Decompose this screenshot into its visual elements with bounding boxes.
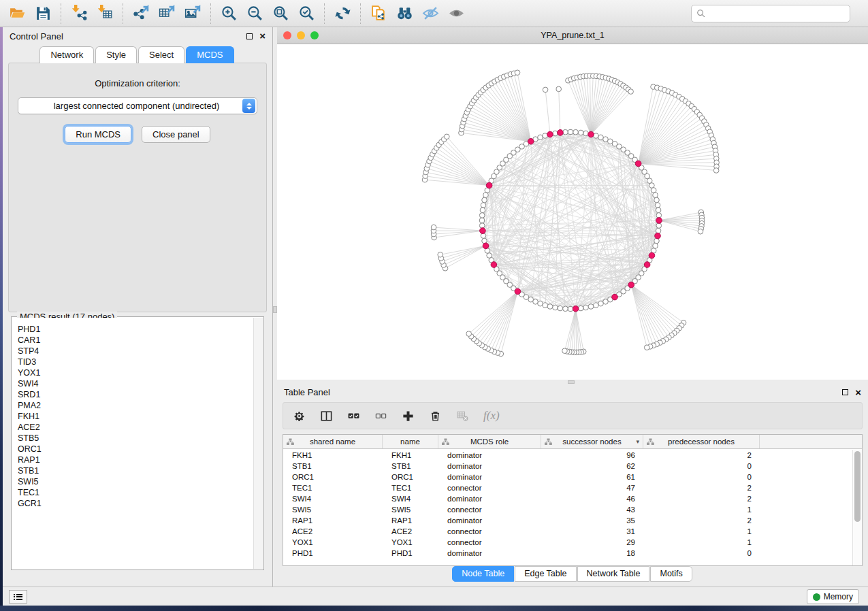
zoom-in-button[interactable] xyxy=(216,3,242,24)
network-node[interactable] xyxy=(583,305,589,310)
column-header-predecessor-nodes[interactable]: predecessor nodes xyxy=(643,435,760,448)
cell-successor-nodes[interactable]: 96 xyxy=(541,450,643,461)
network-node[interactable] xyxy=(656,223,662,229)
cell-MCDS-role[interactable]: dominator xyxy=(438,493,541,504)
network-node[interactable] xyxy=(480,208,485,213)
cell-MCDS-role[interactable]: connector xyxy=(438,504,541,515)
network-node[interactable] xyxy=(603,299,609,305)
cell-MCDS-role[interactable]: connector xyxy=(438,482,541,493)
cell-predecessor-nodes[interactable]: 1 xyxy=(643,504,760,515)
zoom-out-button[interactable] xyxy=(242,3,268,24)
network-node[interactable] xyxy=(479,213,485,218)
close-panel-icon[interactable]: × xyxy=(855,389,861,396)
column-header-MCDS-role[interactable]: MCDS role xyxy=(438,435,541,448)
settings-button[interactable] xyxy=(293,410,306,423)
network-node[interactable] xyxy=(562,348,568,354)
cell-shared-name[interactable]: RAP1 xyxy=(283,515,383,526)
cell-successor-nodes[interactable]: 43 xyxy=(541,504,643,515)
result-node-item[interactable]: TID3 xyxy=(12,357,253,367)
network-node[interactable] xyxy=(651,188,656,193)
float-panel-icon[interactable] xyxy=(842,389,848,395)
network-node[interactable] xyxy=(653,193,658,198)
result-node-item[interactable]: PMA2 xyxy=(12,400,253,411)
network-node[interactable] xyxy=(481,233,486,239)
network-node[interactable] xyxy=(594,303,599,308)
tab-select[interactable]: Select xyxy=(138,46,184,63)
result-node-item[interactable]: ACE2 xyxy=(12,422,253,433)
search-network-button[interactable] xyxy=(391,3,417,24)
table-row[interactable]: RAP1RAP1dominator352 xyxy=(283,515,852,526)
cell-predecessor-nodes[interactable]: 0 xyxy=(643,461,760,472)
cell-name[interactable]: FKH1 xyxy=(383,450,438,461)
mcds-node[interactable] xyxy=(588,131,594,137)
cell-name[interactable]: RAP1 xyxy=(383,515,438,526)
network-node[interactable] xyxy=(578,306,583,311)
network-node[interactable] xyxy=(568,306,573,312)
cell-successor-nodes[interactable]: 47 xyxy=(541,482,643,493)
close-panel-button[interactable]: Close panel xyxy=(142,126,210,143)
network-node[interactable] xyxy=(598,135,604,140)
function-builder-button[interactable]: f(x) xyxy=(483,409,500,423)
network-node[interactable] xyxy=(543,303,548,308)
network-node[interactable] xyxy=(553,305,558,310)
network-node[interactable] xyxy=(656,228,661,233)
network-node[interactable] xyxy=(698,229,703,235)
network-node[interactable] xyxy=(563,129,568,135)
delete-table-button[interactable] xyxy=(456,410,469,423)
network-node[interactable] xyxy=(578,130,583,135)
cell-predecessor-nodes[interactable]: 0 xyxy=(643,548,760,559)
table-row[interactable]: SWI5SWI5connector431 xyxy=(283,504,852,515)
add-column-button[interactable] xyxy=(402,410,415,423)
refresh-button[interactable] xyxy=(329,3,355,24)
float-panel-icon[interactable] xyxy=(246,33,253,39)
mcds-node[interactable] xyxy=(655,233,661,239)
result-node-item[interactable]: SWI5 xyxy=(12,476,253,487)
tab-motifs[interactable]: Motifs xyxy=(650,566,692,582)
open-folder-button[interactable] xyxy=(4,3,30,24)
cell-predecessor-nodes[interactable]: 1 xyxy=(643,526,760,537)
delete-column-button[interactable] xyxy=(429,410,442,423)
tab-style[interactable]: Style xyxy=(95,46,137,63)
cell-predecessor-nodes[interactable]: 2 xyxy=(643,482,760,493)
deselect-all-button[interactable] xyxy=(374,410,387,423)
network-graph[interactable] xyxy=(277,44,868,380)
cell-successor-nodes[interactable]: 31 xyxy=(541,526,643,537)
cell-name[interactable]: SWI4 xyxy=(383,493,438,504)
select-all-button[interactable] xyxy=(347,410,360,423)
zoom-selected-button[interactable] xyxy=(293,3,319,24)
cell-name[interactable]: STB1 xyxy=(383,461,438,472)
cell-name[interactable]: SWI5 xyxy=(383,504,438,515)
network-node[interactable] xyxy=(445,134,450,139)
result-node-item[interactable]: TEC1 xyxy=(12,487,253,498)
table-scrollbar[interactable] xyxy=(852,450,862,565)
result-node-item[interactable]: RAP1 xyxy=(12,455,253,465)
cell-name[interactable]: TEC1 xyxy=(383,482,438,493)
cell-shared-name[interactable]: ORC1 xyxy=(283,472,383,482)
cell-successor-nodes[interactable]: 35 xyxy=(541,515,643,526)
export-table-button[interactable] xyxy=(154,3,180,24)
result-node-item[interactable]: PHD1 xyxy=(12,324,253,335)
scrollbar-thumb[interactable] xyxy=(854,451,861,522)
cell-name[interactable]: ORC1 xyxy=(383,472,438,482)
result-list-scrollbar[interactable] xyxy=(253,318,263,569)
column-header-shared-name[interactable]: shared name xyxy=(283,435,383,448)
network-node[interactable] xyxy=(598,301,604,306)
network-node[interactable] xyxy=(656,208,661,213)
mcds-node[interactable] xyxy=(480,228,486,234)
tab-network-table[interactable]: Network Table xyxy=(577,566,650,582)
network-node[interactable] xyxy=(588,304,594,310)
table-row[interactable]: SWI4SWI4dominator462 xyxy=(283,493,852,504)
mcds-node[interactable] xyxy=(515,288,521,295)
search-box[interactable] xyxy=(691,5,850,22)
network-node[interactable] xyxy=(558,306,563,311)
cell-shared-name[interactable]: SWI5 xyxy=(283,504,383,515)
task-history-button[interactable] xyxy=(9,590,27,604)
network-node[interactable] xyxy=(538,135,543,140)
zoom-fit-button[interactable] xyxy=(268,3,293,24)
result-node-item[interactable]: CAR1 xyxy=(12,335,253,346)
mcds-node[interactable] xyxy=(528,139,534,145)
criterion-dropdown[interactable]: largest connected component (undirected) xyxy=(18,97,257,114)
network-node[interactable] xyxy=(563,306,568,312)
memory-button[interactable]: Memory xyxy=(807,589,859,604)
table-row[interactable]: STB1STB1dominator620 xyxy=(283,461,852,472)
